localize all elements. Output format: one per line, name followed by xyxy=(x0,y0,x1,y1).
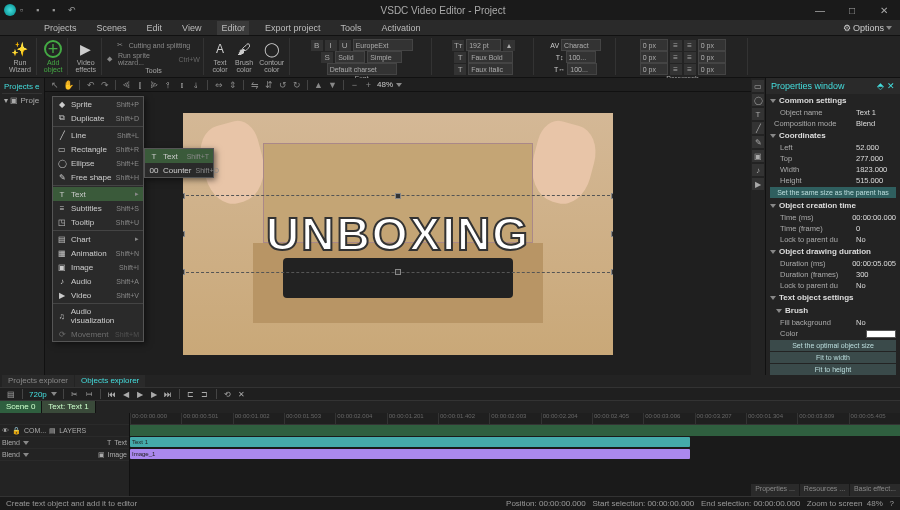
objects-explorer-tab[interactable]: Objects explorer xyxy=(75,375,145,387)
cursor-icon[interactable]: ↖ xyxy=(49,79,60,90)
ctx-chart[interactable]: ▤Chart▸ xyxy=(53,232,143,246)
flipv-icon[interactable]: ⇵ xyxy=(263,79,274,90)
strike-button[interactable]: S xyxy=(321,52,333,63)
px1[interactable]: 0 px xyxy=(640,39,668,51)
video-effects-button[interactable]: ▶ Video effects xyxy=(73,39,98,74)
options-button[interactable]: ⚙ Options xyxy=(843,23,892,33)
fliph-icon[interactable]: ⇋ xyxy=(249,79,260,90)
collapse-icon[interactable] xyxy=(770,134,776,138)
st-2[interactable]: ◯ xyxy=(752,94,764,106)
timeline-clip[interactable]: Text 1 xyxy=(130,437,690,447)
collapse-icon[interactable] xyxy=(770,99,776,103)
al5[interactable]: ≡ xyxy=(670,64,682,75)
collapse-icon[interactable] xyxy=(770,250,776,254)
timeline-scope[interactable] xyxy=(130,425,900,436)
res-dropdown-icon[interactable] xyxy=(51,392,57,396)
st-6[interactable]: ▣ xyxy=(752,150,764,162)
tb-new-icon[interactable]: ▫ xyxy=(20,5,30,15)
dist-v-icon[interactable]: ⇕ xyxy=(227,79,238,90)
ctx-image[interactable]: ▣ImageShift+I xyxy=(53,260,143,274)
maximize-button[interactable]: □ xyxy=(840,3,864,17)
sub-text[interactable]: TTextShift+T xyxy=(145,149,213,163)
ctx-rectangle[interactable]: ▭RectangleShift+R xyxy=(53,142,143,156)
projects-tab[interactable]: Projects e xyxy=(2,80,42,94)
al-mid-icon[interactable]: ⫾ xyxy=(177,79,188,90)
al-right-icon[interactable]: ⫸ xyxy=(149,79,160,90)
font-size-combo[interactable]: 192 pt xyxy=(466,39,501,51)
faux-italic-combo[interactable]: Faux Italic xyxy=(468,63,513,75)
loop-icon[interactable]: ⟲ xyxy=(223,389,233,399)
mark-out-icon[interactable]: ⊐ xyxy=(200,389,210,399)
char-combo[interactable]: Charact xyxy=(561,39,601,51)
al4[interactable]: ≡ xyxy=(684,52,696,63)
collapse-icon[interactable] xyxy=(776,309,782,313)
del-icon[interactable]: ✕ xyxy=(237,389,247,399)
goto-start-icon[interactable]: ⏮ xyxy=(107,389,117,399)
cut-icon[interactable]: ✂ xyxy=(70,389,80,399)
prev-frame-icon[interactable]: ◀ xyxy=(121,389,131,399)
st-3[interactable]: T xyxy=(752,108,764,120)
ctx-animation[interactable]: ▦AnimationShift+N xyxy=(53,246,143,260)
zoomin-icon[interactable]: + xyxy=(363,79,374,90)
px5[interactable]: 0 px xyxy=(640,63,668,75)
fit-width-button[interactable]: Fit to width xyxy=(770,352,896,363)
contour-color-button[interactable]: ◯Contour color xyxy=(257,39,286,74)
selection-box[interactable] xyxy=(183,195,613,273)
menu-export-project[interactable]: Export project xyxy=(261,21,325,35)
st-7[interactable]: ♪ xyxy=(752,164,764,176)
st-8[interactable]: ▶ xyxy=(752,178,764,190)
minimize-button[interactable]: — xyxy=(808,3,832,17)
zoomout-icon[interactable]: − xyxy=(349,79,360,90)
collapse-icon[interactable] xyxy=(770,204,776,208)
ctx-ellipse[interactable]: ◯EllipseShift+E xyxy=(53,156,143,170)
menu-projects[interactable]: Projects xyxy=(40,21,81,35)
track-header[interactable]: Blend▣Image xyxy=(0,449,129,461)
text-color-button[interactable]: AText color xyxy=(209,39,231,74)
sub-counter[interactable]: 00CounterShift+O xyxy=(145,163,213,177)
close-button[interactable]: ✕ xyxy=(872,3,896,17)
ctx-duplicate[interactable]: ⧉DuplicateShift+D xyxy=(53,111,143,125)
inc-button[interactable]: ▴ xyxy=(503,40,515,51)
color-swatch[interactable] xyxy=(866,330,896,338)
basic-effects-tab[interactable]: Basic effect... xyxy=(850,484,900,496)
ctx-text[interactable]: TText▸ xyxy=(53,187,143,201)
run-wizard-button[interactable]: ✨ Run Wizard xyxy=(7,39,33,74)
resources-tab[interactable]: Resources ... xyxy=(800,484,849,496)
layers-icon[interactable]: ▤ xyxy=(6,389,16,399)
redo-icon[interactable]: ↷ xyxy=(99,79,110,90)
scale-combo[interactable]: 100... xyxy=(566,51,596,63)
collapse-icon[interactable] xyxy=(770,296,776,300)
al-left-icon[interactable]: ⫷ xyxy=(121,79,132,90)
al-top-icon[interactable]: ⫯ xyxy=(163,79,174,90)
px6[interactable]: 0 px xyxy=(698,63,726,75)
goto-end-icon[interactable]: ⏭ xyxy=(163,389,173,399)
preview-canvas[interactable]: UNBOXING xyxy=(183,113,613,355)
zoom-value[interactable]: 48% xyxy=(377,80,393,89)
simple-combo[interactable]: Simple xyxy=(367,51,402,63)
menu-activation[interactable]: Activation xyxy=(377,21,424,35)
scene-tab[interactable]: Scene 0 xyxy=(0,401,42,413)
play-icon[interactable]: ▶ xyxy=(135,389,145,399)
px3[interactable]: 0 px xyxy=(640,51,668,63)
ctx-audio-visualization[interactable]: ♫Audio visualization xyxy=(53,305,143,327)
ctx-subtitles[interactable]: ≡SubtitlesShift+S xyxy=(53,201,143,215)
undo-icon[interactable]: ↶ xyxy=(85,79,96,90)
back-icon[interactable]: ▼ xyxy=(327,79,338,90)
ctx-tooltip[interactable]: ◳TooltipShift+U xyxy=(53,215,143,229)
italic-button[interactable]: I xyxy=(325,40,337,51)
charset-combo[interactable]: Default charset xyxy=(327,63,397,75)
hand-icon[interactable]: ✋ xyxy=(63,79,74,90)
tb-undo-icon[interactable]: ↶ xyxy=(68,5,78,15)
ctx-video[interactable]: ▶VideoShift+V xyxy=(53,288,143,302)
menu-tools[interactable]: Tools xyxy=(336,21,365,35)
projects-explorer-tab[interactable]: Projects explorer xyxy=(2,375,74,387)
dist-h-icon[interactable]: ⇔ xyxy=(213,79,224,90)
ctx-audio[interactable]: ♪AudioShift+A xyxy=(53,274,143,288)
al2[interactable]: ≡ xyxy=(684,40,696,51)
al-cen-icon[interactable]: ⫿ xyxy=(135,79,146,90)
al3[interactable]: ≡ xyxy=(670,52,682,63)
split-icon[interactable]: ⧦ xyxy=(84,389,94,399)
tb-save-icon[interactable]: ▪ xyxy=(52,5,62,15)
ctx-free-shape[interactable]: ✎Free shapeShift+H xyxy=(53,170,143,184)
add-object-button[interactable]: + Add object xyxy=(42,39,65,74)
